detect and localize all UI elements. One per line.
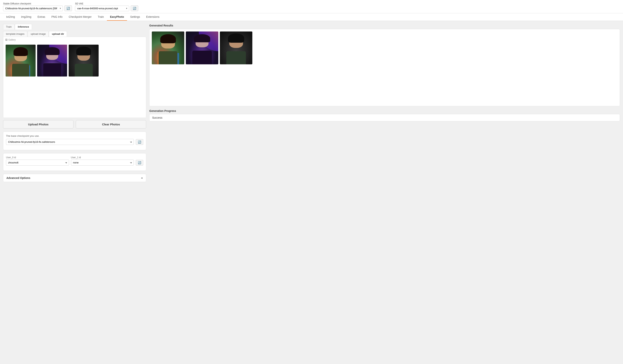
checkpoint-form-row: Chilloutmix-Ni-pruned-fp16-fix.safetenso… xyxy=(6,139,143,145)
tab-train[interactable]: Train xyxy=(95,13,107,21)
right-panel: Generated Results xyxy=(149,24,620,357)
user1-group: User_1 id none xyxy=(71,156,134,165)
tab-extras[interactable]: Extras xyxy=(34,13,48,21)
tab-checkpoint-merger[interactable]: Checkpoint Merger xyxy=(66,13,94,21)
user0-group: User_0 id zhoumo6 xyxy=(6,156,69,165)
hair-2 xyxy=(45,47,60,55)
subtab-train[interactable]: Train xyxy=(3,24,15,30)
checkpoint-refresh-button[interactable]: 🔄 xyxy=(64,5,72,11)
progress-status: Success xyxy=(152,116,162,119)
portrait-2-bg xyxy=(37,45,67,77)
body-3 xyxy=(75,64,93,77)
gallery-icon: 🖼 xyxy=(5,39,8,41)
user-ids-refresh-button[interactable]: 🔄 xyxy=(136,160,143,165)
user-ids-block: User_0 id zhoumo6 User_1 id none xyxy=(3,153,146,171)
innertab-template-images[interactable]: template images xyxy=(3,31,27,37)
tab-txt2img[interactable]: txt2img xyxy=(3,13,18,21)
clear-photos-button[interactable]: Clear Photos xyxy=(76,120,146,128)
result-image-2[interactable] xyxy=(186,32,218,64)
progress-label: Generation Progress xyxy=(149,109,620,112)
tab-settings[interactable]: Settings xyxy=(127,13,143,21)
checkpoint-select-wrapper: Chilloutmix-Ni-pruned-fp16-fix.safetenso… xyxy=(3,6,63,11)
res-body-3 xyxy=(226,51,246,64)
portrait-1-bg xyxy=(6,45,36,77)
checkpoint-select[interactable]: Chilloutmix-Ni-pruned-fp16-fix.safetenso… xyxy=(3,6,63,11)
vae-wrapper: vae-ft-mse-840000-ema-pruned.ckpt 🔄 xyxy=(75,5,138,11)
result-3-bg xyxy=(220,32,252,64)
nav-tabs: txt2img img2img Extras PNG Info Checkpoi… xyxy=(0,13,623,21)
advanced-section: Advanced Options ◄ xyxy=(3,174,146,182)
checkpoint-info-block: The base checkpoint you use. Chilloutmix… xyxy=(3,132,146,150)
gallery-image-3[interactable] xyxy=(69,45,99,77)
left-panel: Train Inference template images upload i… xyxy=(3,24,146,357)
body-2 xyxy=(43,63,61,77)
checkpoint-form-refresh-button[interactable]: 🔄 xyxy=(136,139,143,145)
advanced-label: Advanced Options xyxy=(6,176,30,180)
gallery-container: 🖼 Gallery xyxy=(3,37,146,118)
subtab-bar: Train Inference xyxy=(3,24,146,30)
vae-refresh-button[interactable]: 🔄 xyxy=(131,5,138,11)
checkpoint-section: Stable Diffusion checkpoint Chilloutmix-… xyxy=(3,2,72,11)
checkpoint-form-select[interactable]: Chilloutmix-Ni-pruned-fp16-fix.safetenso… xyxy=(6,139,134,145)
user0-select-wrapper: zhoumo6 xyxy=(6,160,69,165)
subtab-inference[interactable]: Inference xyxy=(15,24,32,30)
top-bar: Stable Diffusion checkpoint Chilloutmix-… xyxy=(0,0,623,13)
result-image-1[interactable] xyxy=(152,32,184,64)
gallery-image-1[interactable] xyxy=(6,45,36,77)
results-label: Generated Results xyxy=(149,24,620,27)
checkpoint-label: Stable Diffusion checkpoint xyxy=(3,2,72,5)
user-ids-row: User_0 id zhoumo6 User_1 id none xyxy=(6,156,143,165)
user1-label: User_1 id xyxy=(71,156,134,159)
gallery-images xyxy=(6,45,144,77)
res-body-2 xyxy=(192,51,212,64)
tab-extensions[interactable]: Extensions xyxy=(143,13,162,21)
innertab-upload-dir[interactable]: upload dir xyxy=(49,31,67,37)
res-hair-3 xyxy=(228,33,244,43)
result-1-bg xyxy=(152,32,184,64)
result-2-bg xyxy=(186,32,218,64)
portrait-3-bg xyxy=(69,45,99,77)
user1-select-wrapper: none xyxy=(71,160,134,165)
vae-select[interactable]: vae-ft-mse-840000-ema-pruned.ckpt xyxy=(75,6,129,11)
hair-3 xyxy=(76,47,91,56)
result-image-3[interactable] xyxy=(220,32,252,64)
progress-box: Success xyxy=(149,114,620,121)
inner-tab-bar: template images upload image upload dir xyxy=(3,31,146,37)
user0-select[interactable]: zhoumo6 xyxy=(6,160,69,165)
results-gallery xyxy=(149,29,620,106)
action-buttons: Upload Photos Clear Photos xyxy=(3,120,146,128)
vae-select-wrapper: vae-ft-mse-840000-ema-pruned.ckpt xyxy=(75,6,129,11)
gallery-label: 🖼 Gallery xyxy=(5,39,16,41)
upload-photos-button[interactable]: Upload Photos xyxy=(3,120,73,128)
tab-img2img[interactable]: img2img xyxy=(18,13,34,21)
res-hair-2 xyxy=(194,34,210,42)
tab-easyphoto[interactable]: EasyPhoto xyxy=(107,13,127,21)
advanced-header[interactable]: Advanced Options ◄ xyxy=(3,174,146,182)
user0-label: User_0 id xyxy=(6,156,69,159)
res-body-1 xyxy=(158,51,177,64)
gallery-image-2[interactable] xyxy=(37,45,67,77)
checkpoint-form-select-wrapper: Chilloutmix-Ni-pruned-fp16-fix.safetenso… xyxy=(6,139,134,145)
vae-section: SD VAE vae-ft-mse-840000-ema-pruned.ckpt… xyxy=(75,2,138,11)
collapse-icon: ◄ xyxy=(141,177,143,179)
main-content: Train Inference template images upload i… xyxy=(0,21,623,360)
innertab-upload-image[interactable]: upload image xyxy=(28,31,48,37)
res-hair-1 xyxy=(160,34,176,43)
tab-png-info[interactable]: PNG Info xyxy=(48,13,66,21)
body-1 xyxy=(12,64,29,77)
user1-select[interactable]: none xyxy=(71,160,134,165)
checkpoint-info-label: The base checkpoint you use. xyxy=(6,135,143,137)
checkpoint-wrapper: Chilloutmix-Ni-pruned-fp16-fix.safetenso… xyxy=(3,5,72,11)
hair-1 xyxy=(13,47,28,56)
vae-label: SD VAE xyxy=(75,2,138,5)
